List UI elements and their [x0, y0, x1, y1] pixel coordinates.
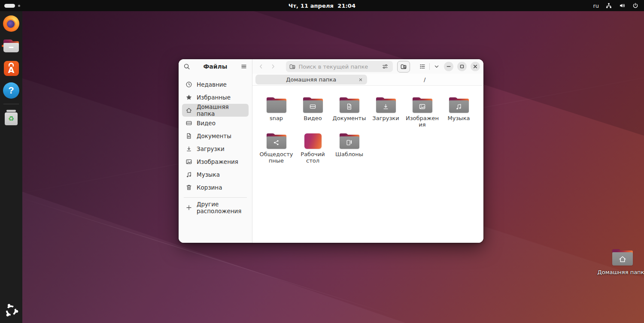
status-icons [605, 2, 639, 9]
sidebar-item-trash[interactable]: Корзина [182, 181, 249, 194]
dock-item-firefox[interactable] [1, 14, 21, 33]
tab-active[interactable]: Домашняя папка [255, 75, 367, 85]
folder-label: Документы [333, 115, 366, 122]
clock-icon [185, 81, 192, 88]
desktop-home-shortcut[interactable]: Домашняя папка [603, 249, 642, 275]
view-options [417, 61, 442, 72]
back-button[interactable] [256, 61, 266, 72]
tab-inactive[interactable]: / [369, 75, 481, 85]
folder-item[interactable]: Загрузки [368, 97, 404, 133]
image-icon [185, 158, 192, 165]
folder-item[interactable]: Музыка [440, 97, 477, 133]
folder-item[interactable]: Видео [295, 97, 331, 133]
trash-icon [185, 184, 192, 191]
folder-label: Изображения [406, 115, 439, 128]
folder-icon [413, 97, 432, 113]
folder-icon [267, 133, 286, 149]
folder-label: Рабочий стол [296, 151, 330, 164]
tab-close-button[interactable] [357, 76, 365, 84]
sidebar-item-label: Домашняя папка [197, 103, 245, 117]
tab-label: / [424, 76, 425, 83]
sidebar-header[interactable]: Файлы [179, 59, 252, 74]
keyboard-layout-indicator: ru [593, 3, 599, 9]
dock-item-trash-can[interactable]: ♻ [1, 108, 21, 127]
header-bar[interactable] [252, 59, 483, 74]
folder-search-icon [289, 63, 296, 70]
folder-label: Общедоступные [260, 151, 293, 164]
sidebar-item-home[interactable]: Домашняя папка [182, 104, 249, 117]
video-emblem-icon [303, 100, 323, 113]
forward-button[interactable] [268, 61, 278, 72]
folder-item[interactable]: Шаблоны [331, 133, 368, 169]
sidebar-search-button[interactable] [181, 61, 192, 72]
sidebar-item-label: Загрузки [197, 145, 225, 152]
folder-item[interactable]: snap [258, 97, 295, 133]
music-emblem-icon [449, 100, 469, 113]
sidebar-item-music[interactable]: Музыка [182, 168, 249, 181]
files-window: Файлы НедавниеИзбранныеДомашняя папкаВид… [179, 59, 483, 243]
folder-item[interactable]: Изображения [404, 97, 440, 133]
chevron-right-icon [270, 63, 276, 70]
view-menu-button[interactable] [431, 61, 442, 72]
sidebar-item-star[interactable]: Избранные [182, 91, 249, 104]
search-filter-button[interactable] [380, 62, 390, 71]
search-entry[interactable] [286, 61, 393, 72]
close-icon [472, 63, 479, 70]
sidebar-item-download[interactable]: Загрузки [182, 142, 249, 155]
minimize-button[interactable] [444, 62, 453, 71]
folder-view[interactable]: snapВидеоДокументыЗагрузкиИзображенияМуз… [252, 86, 483, 243]
folder-icon [303, 97, 323, 113]
divider [429, 63, 430, 70]
maximize-icon [459, 63, 465, 70]
ubuntu-logo-icon [3, 303, 19, 318]
folder-label: Шаблоны [335, 151, 363, 158]
folder-icon [267, 97, 286, 113]
sidebar-separator [184, 197, 247, 198]
sidebar-item-plus[interactable]: Другие расположения [182, 201, 249, 214]
sidebar-item-image[interactable]: Изображения [182, 155, 249, 168]
home-icon [185, 107, 192, 114]
sidebar-item-label: Избранные [197, 94, 231, 101]
volume-icon [619, 2, 626, 9]
share-emblem-icon [267, 136, 286, 149]
sidebar-item-label: Видео [197, 120, 216, 127]
maximize-button[interactable] [457, 62, 467, 71]
dock-item-files[interactable] [1, 36, 21, 56]
folder-icon [340, 97, 359, 113]
document-icon [185, 133, 192, 139]
download-icon [185, 145, 192, 152]
document-emblem-icon [340, 100, 359, 113]
sidebar-item-label: Изображения [197, 158, 238, 165]
top-bar: Чт, 11 апреля 21:04 ru [0, 0, 644, 11]
folder-label: Загрузки [372, 115, 399, 122]
sidebar-item-label: Музыка [197, 171, 220, 178]
list-view-button[interactable] [417, 61, 428, 72]
sidebar-item-document[interactable]: Документы [182, 130, 249, 142]
search-current-folder-toggle[interactable] [397, 61, 410, 72]
search-input[interactable] [298, 63, 378, 70]
app-menu-button[interactable] [238, 61, 249, 72]
folder-home-icon [612, 249, 633, 266]
folder-item[interactable]: Документы [331, 97, 368, 133]
dock-separator [3, 104, 19, 104]
dock-item-help[interactable]: ? [1, 81, 21, 100]
show-apps-button[interactable] [1, 301, 21, 320]
power-icon [632, 2, 639, 9]
close-button[interactable] [471, 62, 480, 71]
plus-icon [185, 204, 192, 211]
folder-search-icon [400, 63, 407, 70]
dock-item-ubuntu-software[interactable]: A [1, 58, 21, 78]
sidebar-item-clock[interactable]: Недавние [182, 78, 249, 91]
activities-workspace-indicator[interactable] [0, 0, 20, 11]
search-icon [183, 63, 190, 70]
sidebar-item-video[interactable]: Видео [182, 117, 249, 130]
folder-item[interactable]: Рабочий стол [295, 133, 331, 169]
system-status-menu[interactable]: ru [588, 0, 644, 11]
sliders-icon [382, 63, 389, 70]
chevron-down-icon [433, 63, 440, 70]
image-emblem-icon [413, 100, 432, 113]
window-controls [444, 62, 480, 71]
folder-item[interactable]: Общедоступные [258, 133, 295, 169]
folder-label: snap [270, 115, 283, 122]
clock-menu-button[interactable]: Чт, 11 апреля 21:04 [289, 0, 355, 11]
